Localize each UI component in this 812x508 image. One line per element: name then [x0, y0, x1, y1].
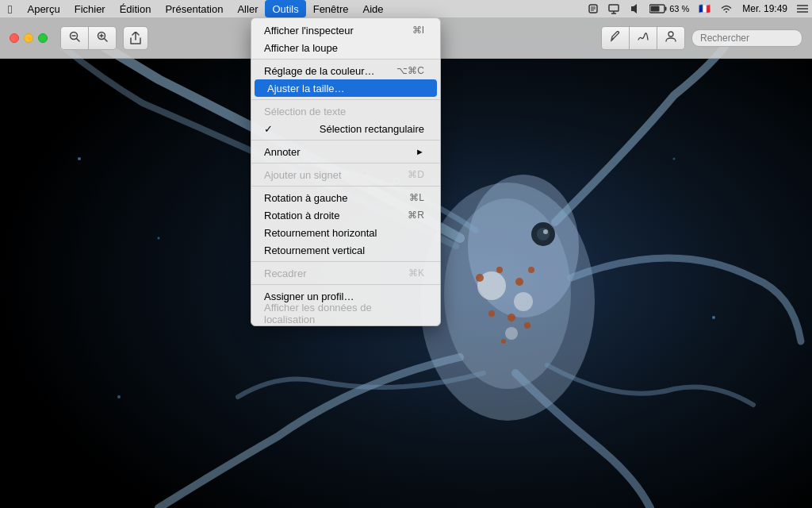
- svg-point-25: [158, 237, 160, 240]
- outils-menu: Afficher l'inspecteur ⌘I Afficher la lou…: [251, 17, 441, 326]
- menu-label: Afficher la loupe: [264, 42, 338, 54]
- menubar-script-icon[interactable]: [584, 0, 603, 17]
- menu-label: Rotation à droite: [264, 210, 339, 221]
- menubar-presentation[interactable]: Présentation: [158, 0, 230, 17]
- annotation-controls: [601, 26, 685, 50]
- menu-afficher-loupe[interactable]: Afficher la loupe: [251, 39, 440, 56]
- menu-separator-3: [251, 140, 440, 140]
- menu-label: Réglage de la couleur…: [264, 65, 374, 77]
- menu-separator-2: [251, 99, 440, 100]
- menu-separator-6: [251, 261, 440, 262]
- svg-line-49: [105, 39, 108, 42]
- person-button[interactable]: [657, 27, 684, 49]
- menu-shortcut: ⌘D: [408, 169, 424, 180]
- svg-point-11: [528, 267, 534, 273]
- menu-afficher-localisation: Afficher les données de localisation: [251, 305, 440, 322]
- submenu-arrow-icon: ►: [416, 147, 424, 156]
- svg-point-28: [117, 395, 121, 398]
- menu-shortcut: ⌘K: [408, 267, 424, 279]
- menu-label: Retournement horizontal: [264, 227, 377, 239]
- svg-point-13: [508, 314, 515, 321]
- menubar-display-icon[interactable]: [604, 0, 623, 17]
- menu-separator-1: [251, 59, 440, 60]
- menubar-aide[interactable]: Aide: [356, 0, 391, 17]
- svg-rect-33: [609, 5, 619, 11]
- menubar-datetime: Mer. 19:49: [738, 0, 791, 17]
- menu-label: Ajouter un signet: [264, 169, 342, 181]
- menubar-fenetre[interactable]: Fenêtre: [306, 0, 356, 17]
- menu-label: Afficher l'inspecteur: [264, 25, 354, 37]
- menubar-audio-icon[interactable]: [625, 0, 644, 17]
- menu-shortcut: ⌥⌘C: [396, 65, 424, 76]
- menubar:  Aperçu Fichier Édition Présentation Al…: [0, 0, 812, 17]
- menu-label: Sélection rectangulaire: [320, 123, 424, 135]
- maximize-button[interactable]: [38, 33, 48, 43]
- close-button[interactable]: [10, 33, 19, 43]
- svg-point-18: [543, 229, 548, 234]
- menu-label: Assigner un profil…: [264, 291, 354, 302]
- menu-separator-5: [251, 186, 440, 187]
- svg-point-10: [515, 278, 523, 286]
- menu-rotation-gauche[interactable]: Rotation à gauche ⌘L: [251, 189, 440, 206]
- menubar-battery[interactable]: 63 %: [645, 0, 693, 17]
- menu-ajouter-signet: Ajouter un signet ⌘D: [251, 166, 440, 183]
- svg-point-6: [514, 292, 533, 311]
- zoom-out-button[interactable]: [61, 27, 89, 49]
- menubar-fichier[interactable]: Fichier: [67, 0, 113, 17]
- pen-button[interactable]: [602, 27, 630, 49]
- menu-retournement-vert[interactable]: Retournement vertical: [251, 241, 440, 259]
- battery-percent: 63 %: [669, 4, 689, 13]
- menu-reglage-couleur[interactable]: Réglage de la couleur… ⌥⌘C: [251, 62, 440, 79]
- svg-rect-38: [665, 7, 667, 11]
- menubar-menu-icon[interactable]: [793, 0, 812, 17]
- menu-ajuster-taille[interactable]: Ajuster la taille…: [255, 79, 437, 97]
- apple-menu[interactable]: : [0, 0, 20, 17]
- search-input[interactable]: [691, 29, 802, 47]
- menu-rotation-droite[interactable]: Rotation à droite ⌘R: [251, 206, 440, 224]
- menubar-flag[interactable]: 🇫🇷: [695, 0, 714, 17]
- traffic-lights: [10, 33, 48, 43]
- menu-shortcut: ⌘R: [408, 210, 424, 221]
- minimize-button[interactable]: [24, 33, 33, 43]
- svg-point-8: [476, 274, 484, 282]
- menu-recadrer: Recadrer ⌘K: [251, 264, 440, 282]
- zoom-in-button[interactable]: [89, 27, 116, 49]
- menu-label: Sélection de texte: [264, 106, 346, 117]
- menu-label: Rotation à gauche: [264, 192, 348, 204]
- menu-afficher-inspecteur[interactable]: Afficher l'inspecteur ⌘I: [251, 21, 440, 39]
- zoom-controls: [60, 26, 117, 50]
- menu-label: Recadrer: [264, 267, 306, 279]
- menubar-outils[interactable]: Outils: [265, 0, 305, 17]
- svg-rect-39: [651, 6, 660, 12]
- toolbar-right: [601, 26, 802, 50]
- svg-point-51: [668, 32, 673, 37]
- menu-retournement-horiz[interactable]: Retournement horizontal: [251, 224, 440, 241]
- menubar-edition[interactable]: Édition: [113, 0, 159, 17]
- svg-line-45: [77, 39, 80, 42]
- menubar-right: 63 % 🇫🇷 Mer. 19:49: [584, 0, 812, 17]
- svg-point-15: [501, 339, 506, 344]
- menu-label: Afficher les données de localisation: [264, 302, 424, 325]
- svg-point-26: [712, 316, 715, 319]
- svg-point-12: [488, 310, 495, 317]
- svg-marker-36: [631, 4, 637, 13]
- menu-shortcut: ⌘I: [412, 25, 424, 36]
- svg-point-9: [496, 267, 503, 273]
- svg-point-24: [78, 157, 81, 160]
- svg-point-14: [524, 322, 530, 329]
- svg-point-7: [505, 327, 518, 340]
- menubar-wifi-icon[interactable]: [716, 0, 737, 17]
- menu-annoter[interactable]: Annoter ►: [251, 143, 440, 160]
- menu-selection-texte: Sélection de texte: [251, 102, 440, 120]
- menubar-apercu[interactable]: Aperçu: [20, 0, 67, 17]
- menu-label: Retournement vertical: [264, 244, 365, 256]
- menu-selection-rect[interactable]: ✓ Sélection rectangulaire: [251, 120, 440, 137]
- checkmark-icon: ✓: [264, 123, 274, 135]
- sign-button[interactable]: [630, 27, 657, 49]
- menu-separator-4: [251, 163, 440, 164]
- menu-separator-7: [251, 284, 440, 285]
- svg-point-27: [673, 158, 676, 160]
- menu-label: Annoter: [264, 146, 301, 158]
- menubar-aller[interactable]: Aller: [230, 0, 265, 17]
- share-button[interactable]: [123, 26, 148, 50]
